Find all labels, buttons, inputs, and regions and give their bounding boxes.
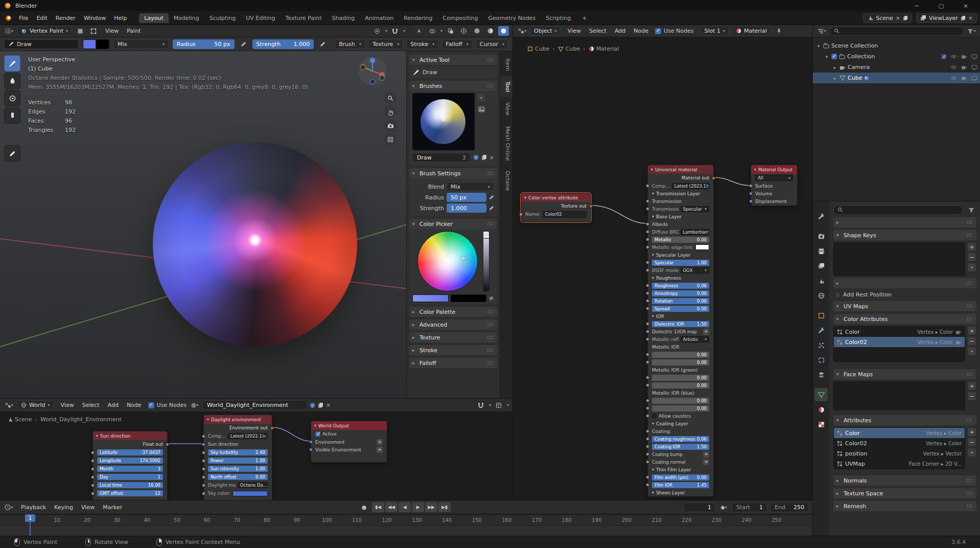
popover-brush[interactable]: Brush▾ [335,39,365,49]
color-vertex-attribute-node[interactable]: ▾Color vertex attribute Texture out Name… [521,193,591,222]
panel-grip[interactable] [967,221,973,224]
properties-tab-modifiers[interactable] [814,324,828,337]
panel-grip[interactable] [967,373,973,376]
node-row-latitude[interactable]: Latitude-37.0437 [93,448,167,456]
attribute-row-color02[interactable]: Color02Vertex ▸ Color [834,438,965,448]
eye-toggle-icon[interactable] [950,76,957,80]
brush-settings-panel-header[interactable]: ▾Brush Settings [409,168,497,178]
camera-view-icon[interactable] [384,120,396,132]
attribute-row-color02[interactable]: Color02Vertex ▸ Color [834,337,965,347]
navigation-gizmo[interactable] [358,56,387,86]
node-row-albedo[interactable]: Albedo [648,220,713,228]
node-header[interactable]: ▾Daylight environment [204,415,272,424]
gizmos-icon[interactable] [414,26,425,36]
panel-grip[interactable] [487,310,494,314]
node-row-sky-color[interactable]: Sky color: [204,489,272,497]
sidebar-tab-item[interactable]: Item [500,53,513,76]
material-out-socket[interactable]: Material out [648,174,713,182]
node-row-value[interactable]: 0.00 [648,351,713,358]
previous-keyframe-button[interactable]: ◀◀ [385,502,398,512]
camera-toggle-icon[interactable] [961,65,967,70]
add-color-attribute-button[interactable]: + [967,326,976,335]
popover-texture[interactable]: Texture▾ [368,39,403,49]
menu-render[interactable]: Render [52,14,80,22]
zoom-icon[interactable] [384,92,396,104]
node-snap-icon[interactable] [476,400,486,410]
remove-attribute-button[interactable]: − [967,438,976,447]
world-node-editor[interactable]: Scene›World_Daylight_Environment ▾Sun di… [0,412,512,500]
node-row-sky-turbidity[interactable]: Sky turbidity2.40 [204,448,272,456]
close-button[interactable]: × [955,0,976,11]
popover-cursor[interactable]: Cursor▾ [476,39,508,49]
brush-select-dropdown-icon[interactable]: ▾ [477,93,486,102]
viewlayer-new-icon[interactable] [961,15,966,21]
menu-marker[interactable]: Marker [99,503,126,512]
blend-dropdown[interactable]: Mix▾ [447,182,494,191]
shader-node-editor[interactable]: Cube›Cube›Material ▾Color vertex attribu… [512,37,812,500]
input-socket-environment[interactable]: Environment+ [311,438,387,446]
input-socket-volume[interactable]: Volume [751,190,797,197]
sidebar-tab-tool[interactable]: Tool [500,76,513,97]
input-socket-displacement[interactable]: Displacement [751,197,797,205]
material-output-node[interactable]: ▾Material Output All▾ SurfaceVolumeDispl… [751,165,798,206]
properties-tab-scene[interactable] [814,274,828,287]
value-slider[interactable] [483,231,489,291]
color-wheel[interactable] [417,231,478,291]
panel-grip[interactable] [487,361,494,365]
properties-tab-constraints[interactable] [814,368,828,381]
world-use-nodes-checkbox[interactable] [148,402,154,408]
panel-grip[interactable] [967,282,973,285]
overlays-icon[interactable] [427,26,438,36]
viewlayer-selector[interactable]: ViewLayer × [916,13,977,23]
next-keyframe-button[interactable]: ▶▶ [425,502,437,512]
blender-menu-icon[interactable] [3,13,14,23]
scene-new-icon[interactable] [903,15,908,21]
panel-grip[interactable] [487,58,494,62]
panel-header-texture-space[interactable]: ▸Texture Space [833,488,976,498]
shape-keys-panel-header[interactable]: ▾Shape Keys [833,230,976,240]
node-row-month[interactable]: Month3 [93,465,167,473]
strength-slider[interactable]: Strength1.000 [252,39,314,49]
attribute-row-position[interactable]: positionVertex ▸ Vector [834,448,965,459]
node-row-thin-film-layer[interactable]: ▾Thin Film Layer [648,466,713,473]
play-reverse-button[interactable]: ◀ [399,502,411,512]
play-button[interactable]: ▶ [412,502,424,512]
menu-keying[interactable]: Keying [50,503,77,512]
universal-material-node[interactable]: ▾Universal material Material out Comp...… [647,165,714,497]
panel-header-advanced[interactable]: ▸Advanced [409,319,497,330]
browse-world-icon[interactable]: ▾ [189,400,200,410]
node-row-sun-intensity[interactable]: Sun intensity1.00 [204,465,272,473]
node-row-anisotropy[interactable]: Anisotropy0.00 [648,289,713,297]
panel-header-texture[interactable]: ▸Texture [409,332,497,342]
render-color-camera-icon[interactable] [955,340,962,345]
menu-help[interactable]: Help [110,14,131,22]
menu-node[interactable]: Node [123,401,146,409]
shape-keys-list[interactable] [833,242,965,276]
primary-color-swatch[interactable] [83,39,96,49]
add-attribute-button[interactable]: + [967,427,976,437]
editor-type-icon[interactable]: ▾ [517,26,527,36]
panel-grip[interactable] [967,317,973,321]
smear-tool-button[interactable] [4,107,20,124]
sidebar-tab-octane[interactable]: Octane [500,166,513,196]
remove-color-attribute-button[interactable]: − [967,336,976,346]
workspace-tab-sculpting[interactable]: Sculpting [204,13,241,23]
add-rest-position-checkbox[interactable] [834,292,841,298]
node-row-allow-caustics[interactable]: Allow caustics [648,412,713,420]
properties-tab-render[interactable] [814,230,828,243]
menu-add[interactable]: Add [611,27,629,35]
node-row-metallic-reflect[interactable]: Metallic reflect...Artistic▾ [648,335,713,343]
painted-sphere-object[interactable] [153,142,357,347]
panel-header-color-palette[interactable]: ▸Color Palette [409,307,497,317]
properties-tab-physics[interactable] [814,353,828,367]
strength-slider[interactable]: 1.000 [447,203,486,213]
menu-view[interactable]: View [57,401,78,409]
blend-mode-dropdown[interactable]: Mix▾ [113,39,169,49]
secondary-color-swatch[interactable] [96,39,109,49]
menu-paint[interactable]: Paint [123,27,145,35]
panel-header-normals[interactable]: ▸Normals [833,475,976,486]
outliner-row-camera[interactable]: ▸Camera [813,62,980,73]
node-row-metallic[interactable]: Metallic0.00 [648,236,713,243]
eye-toggle-icon[interactable] [950,54,957,59]
world-unlink-icon[interactable]: × [326,402,331,408]
